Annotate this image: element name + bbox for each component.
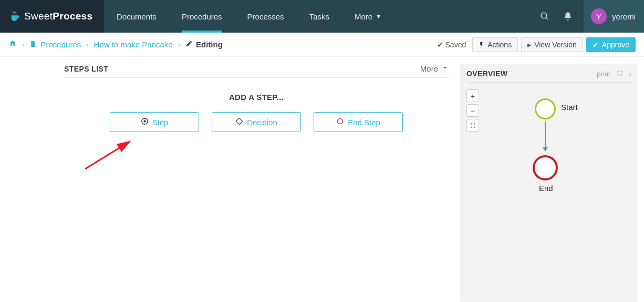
diagram-edge	[545, 122, 546, 151]
breadcrumb-sep: ›	[178, 41, 180, 48]
subbar: › Procedures › How to make Pancake › Edi…	[0, 33, 644, 57]
cup-icon	[9, 11, 21, 22]
svg-line-6	[85, 142, 130, 169]
logo[interactable]: SweetProcess	[0, 0, 104, 33]
diamond-icon	[235, 117, 243, 127]
add-decision-button[interactable]: Decision	[212, 112, 301, 132]
search-icon[interactable]	[533, 12, 556, 21]
overview-title: OVERVIEW	[466, 69, 507, 78]
end-node[interactable]	[533, 155, 558, 180]
breadcrumb-sep: ›	[22, 41, 24, 48]
end-node-label: End	[539, 184, 553, 193]
svg-rect-4	[236, 118, 243, 124]
play-icon: ▸	[527, 41, 531, 49]
circle-dot-icon	[141, 117, 149, 127]
overview-header-right: print ›	[597, 70, 631, 78]
nav-processes-label: Processes	[247, 12, 284, 21]
svg-line-1	[546, 17, 548, 19]
check-icon: ✔	[437, 41, 443, 49]
pencil-icon	[185, 40, 193, 49]
breadcrumb-procedures[interactable]: Procedures	[29, 40, 81, 49]
logo-text-1: Sweet	[24, 11, 53, 22]
nav-processes[interactable]: Processes	[235, 0, 297, 33]
nav-more[interactable]: More▼	[342, 0, 394, 33]
saved-status: ✔ Saved	[437, 41, 466, 49]
avatar: Y	[591, 8, 607, 24]
nav-tasks-label: Tasks	[309, 12, 329, 21]
content: STEPS LIST More ADD A STEP... Step Decis…	[0, 57, 644, 302]
avatar-initial: Y	[596, 12, 601, 21]
expand-icon[interactable]	[617, 70, 623, 78]
nav-more-label: More	[355, 12, 372, 21]
home-icon[interactable]	[8, 39, 17, 49]
chevron-right-icon[interactable]: ›	[629, 70, 631, 78]
steps-title: STEPS LIST	[64, 65, 108, 73]
add-step-label: Step	[152, 118, 169, 127]
steps-more-label: More	[420, 64, 438, 73]
logo-text-2: Process	[53, 11, 92, 22]
chevron-down-icon: ▼	[376, 13, 381, 19]
nav-right: Y yeremi	[533, 0, 644, 33]
svg-point-0	[541, 13, 547, 18]
file-icon	[29, 40, 36, 49]
nav-tasks[interactable]: Tasks	[297, 0, 342, 33]
bell-icon[interactable]	[556, 12, 579, 21]
nav-documents[interactable]: Documents	[104, 0, 169, 33]
approve-label: Approve	[602, 41, 629, 49]
step-buttons: Step Decision End Step	[64, 112, 449, 132]
actions-label: Actions	[487, 41, 512, 49]
chevron-down-icon	[441, 64, 449, 73]
overview-header: OVERVIEW print ›	[466, 69, 631, 83]
svg-point-3	[143, 120, 146, 122]
breadcrumb-procedures-label: Procedures	[41, 40, 81, 49]
breadcrumb: › Procedures › How to make Pancake › Edi…	[8, 39, 223, 49]
top-nav: SweetProcess Documents Procedures Proces…	[0, 0, 644, 33]
circle-icon	[336, 117, 344, 127]
user-name: yeremi	[612, 12, 636, 21]
add-step-title: ADD A STEP...	[64, 93, 449, 102]
breadcrumb-doc[interactable]: How to make Pancake	[94, 40, 173, 49]
saved-label: Saved	[445, 41, 466, 49]
overview-diagram[interactable]: Start End	[466, 83, 631, 283]
start-node[interactable]	[535, 98, 556, 119]
steps-header: STEPS LIST More	[64, 64, 449, 78]
actions-button[interactable]: Actions	[472, 37, 518, 52]
breadcrumb-editing: Editing	[185, 40, 223, 49]
breadcrumb-editing-label: Editing	[196, 40, 223, 49]
start-node-label: Start	[561, 103, 578, 112]
svg-point-5	[338, 119, 343, 124]
nav-items: Documents Procedures Processes Tasks Mor…	[104, 0, 394, 33]
breadcrumb-sep: ›	[86, 41, 88, 48]
approve-button[interactable]: ✔ Approve	[586, 37, 636, 52]
steps-more[interactable]: More	[420, 64, 449, 73]
steps-panel: STEPS LIST More ADD A STEP... Step Decis…	[6, 64, 452, 176]
view-version-label: View Version	[534, 41, 577, 49]
bolt-icon	[479, 41, 484, 49]
add-step-button[interactable]: Step	[110, 112, 199, 132]
nav-procedures[interactable]: Procedures	[169, 0, 235, 33]
add-end-step-label: End Step	[348, 118, 380, 127]
overview-panel: OVERVIEW print › + − Start End	[460, 64, 638, 302]
nav-procedures-label: Procedures	[182, 12, 222, 21]
add-end-step-button[interactable]: End Step	[314, 112, 403, 132]
print-link[interactable]: print	[597, 70, 610, 78]
user-menu[interactable]: Y yeremi	[584, 0, 644, 33]
check-icon: ✔	[593, 41, 599, 49]
view-version-button[interactable]: ▸ View Version	[521, 37, 583, 52]
subbar-right: ✔ Saved Actions ▸ View Version ✔ Approve	[437, 37, 636, 52]
add-decision-label: Decision	[247, 118, 277, 127]
arrow-annotation	[80, 137, 449, 176]
nav-documents-label: Documents	[117, 12, 157, 21]
